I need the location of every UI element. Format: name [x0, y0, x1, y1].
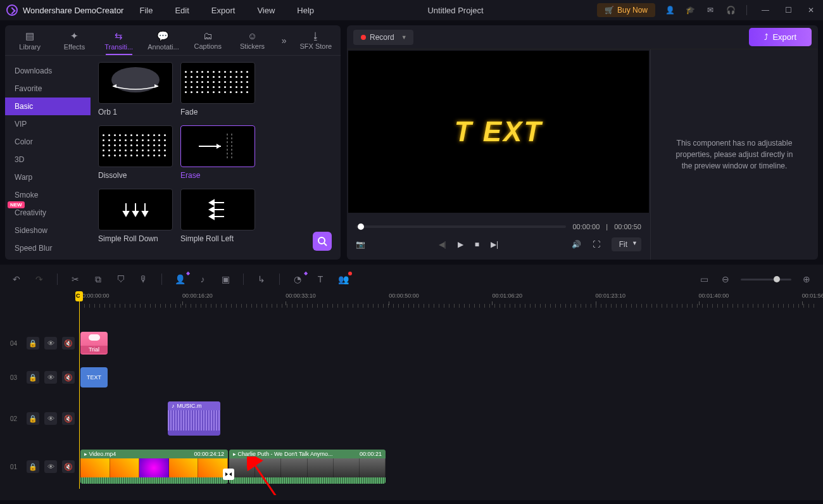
tab-sfx[interactable]: ⭳SFX Store — [294, 25, 338, 55]
mute-icon[interactable]: 🔇 — [62, 337, 75, 350]
transition-fade[interactable]: Fade — [180, 62, 255, 117]
eye-icon[interactable]: 👁 — [44, 371, 57, 384]
menu-help[interactable]: Help — [297, 6, 314, 15]
transition-rolldown[interactable]: Simple Roll Down — [98, 189, 173, 243]
next-frame-icon[interactable]: ▶| — [491, 240, 498, 249]
tabs-overflow[interactable]: » — [275, 35, 294, 46]
main-menu: File Edit Export View Help — [139, 6, 314, 15]
sidebar-item-creativity[interactable]: NEWCreativity — [5, 204, 91, 222]
playhead[interactable]: C — [79, 293, 80, 489]
mute-icon[interactable]: 🔇 — [62, 460, 75, 473]
sidebar-item-speedblur[interactable]: Speed Blur — [5, 239, 91, 257]
transition-orb1[interactable]: Orb 1 — [98, 62, 173, 117]
mute-icon[interactable]: 🔇 — [62, 412, 75, 425]
tab-library[interactable]: ▤Library — [8, 25, 52, 55]
screenshot-icon[interactable]: ▣ — [219, 274, 232, 284]
cursor-icon[interactable]: ↳ — [255, 274, 268, 284]
sidebar-item-downloads[interactable]: Downloads — [5, 62, 91, 80]
lock-icon[interactable]: 🔒 — [27, 371, 39, 384]
scrub-bar[interactable] — [356, 225, 566, 228]
prev-frame-icon[interactable]: ◀| — [439, 240, 446, 249]
tab-transitions[interactable]: ⇆Transiti... — [97, 25, 141, 55]
new-badge: NEW — [8, 201, 25, 208]
zoom-out-icon[interactable]: ⊖ — [719, 274, 732, 284]
preview-panel: Record ▼ ⤴ Export T EXT 00:00:00 | 00:00… — [347, 25, 818, 260]
crop-icon[interactable]: ⧉ — [92, 274, 104, 285]
audio-icon[interactable]: ♪ — [196, 274, 209, 284]
chevron-down-icon: ▼ — [401, 34, 407, 41]
menu-view[interactable]: View — [257, 6, 275, 15]
timeline-ruler[interactable]: C 00:00:00:00 00:00:16:20 00:00:33:10 00… — [79, 293, 817, 309]
tab-effects[interactable]: ✦Effects — [52, 25, 96, 55]
eye-icon[interactable]: 👁 — [44, 337, 57, 350]
app-name: Wondershare DemoCreator — [23, 6, 123, 15]
denoise-icon[interactable]: 👤◆ — [173, 274, 186, 284]
undo-icon[interactable]: ↶ — [10, 274, 23, 284]
tab-stickers[interactable]: ☺Stickers — [230, 25, 274, 55]
sidebar-item-basic[interactable]: Basic — [5, 98, 91, 115]
group-icon[interactable]: 👥 — [337, 274, 349, 284]
record-button[interactable]: Record ▼ — [353, 30, 413, 45]
transition-marker[interactable] — [223, 469, 234, 480]
volume-icon[interactable]: 🔊 — [572, 240, 581, 249]
annotations-icon: 💬 — [157, 30, 169, 42]
properties-message: This component has no adjustable propert… — [670, 137, 799, 172]
minimize-icon[interactable]: — — [760, 4, 771, 16]
lock-icon[interactable]: 🔒 — [27, 337, 39, 350]
sidebar-item-3d[interactable]: 3D — [5, 151, 91, 168]
mic-icon[interactable]: 🎙 — [137, 274, 150, 284]
fit-timeline-icon[interactable]: ▭ — [698, 274, 710, 284]
sidebar-item-sideshow[interactable]: Sideshow — [5, 222, 91, 239]
text-tool-icon[interactable]: T — [314, 274, 327, 284]
shield-icon[interactable]: ⛉ — [115, 274, 127, 284]
stop-icon[interactable]: ■ — [475, 240, 479, 249]
eye-icon[interactable]: 👁 — [44, 460, 57, 473]
account-icon[interactable]: 👤 — [664, 4, 675, 16]
fullscreen-icon[interactable]: ⛶ — [593, 240, 600, 249]
zoom-handle[interactable] — [774, 276, 780, 282]
eye-icon[interactable]: 👁 — [44, 412, 57, 425]
tab-captions[interactable]: 🗂Captions — [185, 25, 230, 55]
lock-icon[interactable]: 🔒 — [27, 412, 39, 425]
search-button[interactable] — [313, 232, 332, 251]
sidebar-item-warp[interactable]: Warp — [5, 168, 91, 186]
zoom-fit-select[interactable]: Fit▼ — [612, 237, 641, 251]
tab-annotations[interactable]: 💬Annotati... — [141, 25, 185, 55]
buy-now-button[interactable]: 🛒 Buy Now — [597, 3, 655, 17]
video-icon: ▸ — [233, 451, 236, 457]
svg-line-20 — [324, 243, 327, 246]
speed-icon[interactable]: ◔◆ — [291, 274, 304, 284]
sidebar-item-color[interactable]: Color — [5, 133, 91, 151]
scrub-handle[interactable] — [358, 224, 364, 230]
inbox-icon[interactable]: ✉ — [705, 4, 716, 16]
menu-file[interactable]: File — [139, 6, 153, 15]
close-icon[interactable]: ✕ — [805, 4, 817, 16]
sidebar-item-vip[interactable]: VIP — [5, 115, 91, 133]
clip-video-1[interactable]: ▸ Video.mp400:00:24:12 — [80, 450, 228, 484]
split-icon[interactable]: ✂ — [69, 274, 82, 284]
menu-export[interactable]: Export — [211, 6, 236, 15]
redo-icon[interactable]: ↷ — [33, 274, 46, 284]
sidebar-item-favorite[interactable]: Favorite — [5, 80, 91, 98]
zoom-slider[interactable] — [741, 279, 791, 280]
lock-icon[interactable]: 🔒 — [27, 460, 39, 473]
academy-icon[interactable]: 🎓 — [684, 4, 696, 16]
time-total: 00:00:50 — [614, 223, 641, 230]
menu-edit[interactable]: Edit — [175, 6, 189, 15]
transitions-icon: ⇆ — [115, 30, 123, 42]
video-preview[interactable]: T EXT — [348, 51, 649, 213]
mute-icon[interactable]: 🔇 — [62, 371, 75, 384]
transition-erase[interactable]: Erase — [180, 125, 255, 180]
support-icon[interactable]: 🎧 — [725, 4, 736, 16]
transition-dissolve[interactable]: Dissolve — [98, 125, 173, 180]
clip-music[interactable]: ♪MUSIC.m — [168, 401, 220, 436]
transition-rollleft[interactable]: Simple Roll Left — [180, 189, 255, 243]
maximize-icon[interactable]: ☐ — [782, 4, 794, 16]
clip-trial[interactable]: Trial — [80, 332, 108, 355]
zoom-in-icon[interactable]: ⊕ — [800, 274, 813, 284]
play-icon[interactable]: ▶ — [458, 240, 463, 249]
export-button[interactable]: ⤴ Export — [749, 28, 812, 46]
snapshot-icon[interactable]: 📷 — [356, 240, 365, 249]
clip-video-2[interactable]: ▸ Charlie Puth - We Don't Talk Anymo...0… — [229, 450, 386, 484]
clip-text[interactable]: TEXT — [80, 367, 108, 387]
